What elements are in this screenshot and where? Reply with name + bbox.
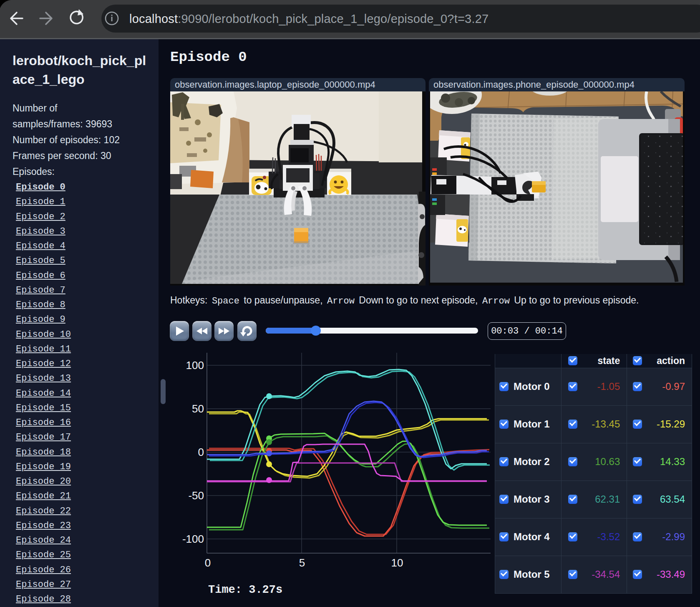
svg-text:Time: 3.27s: Time: 3.27s: [208, 584, 282, 596]
svg-text:0: 0: [205, 556, 211, 569]
svg-text:5: 5: [299, 556, 305, 569]
svg-text:10: 10: [391, 556, 403, 569]
svg-text:100: 100: [186, 359, 204, 372]
svg-text:50: 50: [192, 402, 204, 415]
svg-text:0: 0: [198, 446, 204, 458]
svg-text:-50: -50: [188, 489, 204, 502]
svg-text:-100: -100: [182, 533, 204, 545]
